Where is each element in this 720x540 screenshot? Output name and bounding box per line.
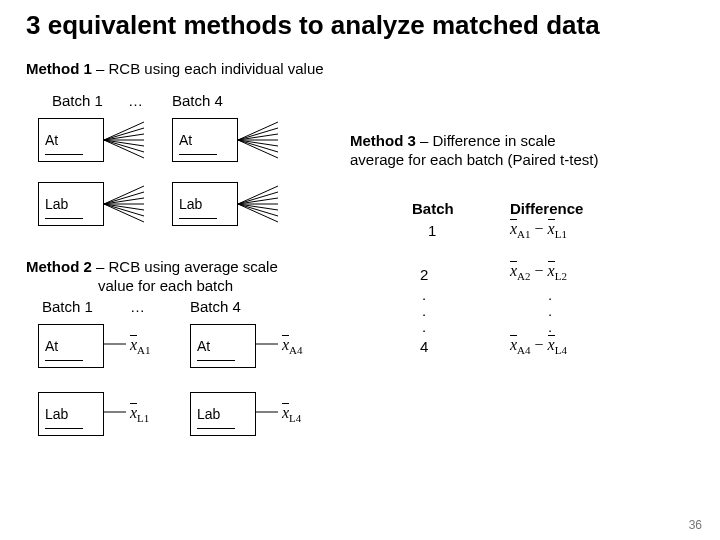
- m2-xA1: xA1: [130, 336, 151, 356]
- svg-line-8: [238, 128, 278, 140]
- line-icon: [104, 340, 126, 348]
- m3-diff-4: xA4 − xL4: [510, 336, 567, 356]
- line-icon: [104, 408, 126, 416]
- m2-xL1: xL1: [130, 404, 149, 424]
- m2-b4-at: At: [197, 338, 210, 354]
- underline-icon: [179, 218, 217, 219]
- underline-icon: [179, 154, 217, 155]
- m2-b1-at-box: At: [38, 324, 104, 368]
- method2-heading-l2: value for each batch: [98, 277, 233, 294]
- underline-icon: [45, 360, 83, 361]
- m1-b1-lab: Lab: [45, 196, 68, 212]
- m2-xL4: xL4: [282, 404, 301, 424]
- method1-suffix: – RCB using each individual value: [96, 60, 324, 77]
- m3-diff-dot1: .: [548, 286, 552, 303]
- m1-b4-at: At: [179, 132, 192, 148]
- m2-b4-lab-box: Lab: [190, 392, 256, 436]
- m2-xA4: xA4: [282, 336, 303, 356]
- m2-batch4-label: Batch 4: [190, 298, 241, 315]
- m3-row-dot2: .: [422, 302, 426, 319]
- m1-dots: …: [128, 92, 143, 109]
- line-icon: [256, 340, 278, 348]
- m2-b1-at: At: [45, 338, 58, 354]
- svg-line-5: [104, 140, 144, 152]
- method2-prefix: Method 2: [26, 258, 96, 275]
- m1-b4-at-box: At: [172, 118, 238, 162]
- m3-col-batch: Batch: [412, 200, 454, 217]
- fan-lines-icon: [238, 182, 284, 226]
- m3-diff-dot2: .: [548, 302, 552, 319]
- method3-suffix1: – Difference in scale: [420, 132, 556, 149]
- method1-prefix: Method 1: [26, 60, 96, 77]
- svg-line-19: [104, 204, 144, 216]
- page-number: 36: [689, 518, 702, 532]
- fan-lines-icon: [104, 118, 150, 162]
- m3-row-4: 4: [420, 338, 428, 355]
- m3-row-2: 2: [420, 266, 428, 283]
- svg-line-22: [238, 192, 278, 204]
- underline-icon: [197, 428, 235, 429]
- underline-icon: [45, 218, 83, 219]
- m1-b1-at-box: At: [38, 118, 104, 162]
- line-icon: [256, 408, 278, 416]
- fan-lines-icon: [238, 118, 284, 162]
- m2-b4-at-box: At: [190, 324, 256, 368]
- m3-diff-2: xA2 − xL2: [510, 262, 567, 282]
- m3-row-dot3: .: [422, 318, 426, 335]
- m3-row-1: 1: [428, 222, 436, 239]
- fan-lines-icon: [104, 182, 150, 226]
- underline-icon: [197, 360, 235, 361]
- m2-b1-lab: Lab: [45, 406, 68, 422]
- m1-batch1-label: Batch 1: [52, 92, 103, 109]
- method3-heading-l1: Method 3 – Difference in scale: [350, 132, 556, 149]
- method1-heading: Method 1 – RCB using each individual val…: [0, 60, 324, 77]
- m3-diff-dot3: .: [548, 318, 552, 335]
- m1-batch4-label: Batch 4: [172, 92, 223, 109]
- method2-suffix1: – RCB using average scale: [96, 258, 278, 275]
- m3-diff-1: xA1 − xL1: [510, 220, 567, 240]
- m1-b4-lab-box: Lab: [172, 182, 238, 226]
- slide-title: 3 equivalent methods to analyze matched …: [0, 0, 720, 47]
- svg-line-15: [104, 192, 144, 204]
- svg-line-1: [104, 128, 144, 140]
- m1-b1-at: At: [45, 132, 58, 148]
- method2-heading-l1: Method 2 – RCB using average scale: [26, 258, 278, 275]
- svg-line-26: [238, 204, 278, 216]
- method3-heading-l2: average for each batch (Paired t-test): [350, 151, 598, 168]
- svg-line-12: [238, 140, 278, 152]
- m1-b4-lab: Lab: [179, 196, 202, 212]
- m2-b4-lab: Lab: [197, 406, 220, 422]
- m3-row-dot1: .: [422, 286, 426, 303]
- method3-prefix: Method 3: [350, 132, 420, 149]
- underline-icon: [45, 154, 83, 155]
- m2-batch1-label: Batch 1: [42, 298, 93, 315]
- m3-col-diff: Difference: [510, 200, 583, 217]
- m2-b1-lab-box: Lab: [38, 392, 104, 436]
- underline-icon: [45, 428, 83, 429]
- m1-b1-lab-box: Lab: [38, 182, 104, 226]
- m2-dots: …: [130, 298, 145, 315]
